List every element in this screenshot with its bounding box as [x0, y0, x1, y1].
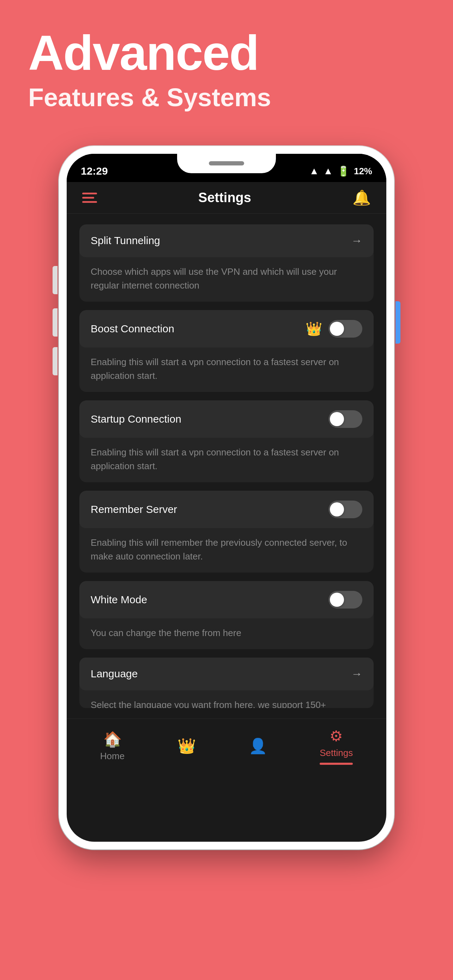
hamburger-line-1: [82, 192, 97, 194]
battery-percent: 12%: [354, 166, 372, 177]
language-arrow-icon: →: [351, 667, 362, 681]
nav-item-settings[interactable]: ⚙ Settings: [319, 727, 353, 765]
page-title: Settings: [198, 190, 251, 205]
white-mode-row[interactable]: White Mode: [79, 581, 374, 619]
split-tunneling-arrow-icon: →: [351, 234, 362, 247]
status-time: 12:29: [81, 165, 108, 177]
language-card: Language → Select the language you want …: [79, 657, 374, 708]
settings-label: Settings: [319, 748, 353, 759]
startup-connection-label: Startup Connection: [91, 413, 181, 425]
language-desc: Select the language you want from here, …: [79, 690, 374, 708]
split-tunneling-desc: Choose which apps will use the VPN and w…: [79, 257, 374, 302]
signal-icon: ▲: [323, 165, 333, 177]
notification-bell-icon[interactable]: 🔔: [353, 189, 371, 206]
split-tunneling-right: →: [351, 234, 362, 247]
split-tunneling-label: Split Tunneling: [91, 235, 160, 247]
phone-frame: 12:29 ▲ ▲ 🔋 12% Settings: [59, 146, 394, 850]
remember-server-card: Remember Server Enabling this will remem…: [79, 491, 374, 573]
hamburger-menu-button[interactable]: [82, 192, 97, 203]
boost-connection-right: 👑: [305, 320, 362, 337]
white-mode-card: White Mode You can change the theme from…: [79, 581, 374, 649]
profile-icon: 👤: [249, 737, 267, 754]
wifi-icon: ▲: [309, 165, 319, 177]
settings-icon: ⚙: [329, 727, 343, 745]
bottom-nav-bar: 🏠 Home 👑 👤 ⚙ Settings: [67, 719, 386, 778]
startup-connection-desc: Enabling this will start a vpn connectio…: [79, 438, 374, 482]
nav-item-crown[interactable]: 👑: [178, 737, 196, 754]
split-tunneling-card: Split Tunneling → Choose which apps will…: [79, 224, 374, 302]
settings-active-indicator: [319, 763, 353, 765]
language-row[interactable]: Language →: [79, 657, 374, 690]
home-icon: 🏠: [103, 730, 122, 748]
notch-cutout: [177, 154, 276, 173]
remember-toggle-thumb: [330, 502, 344, 517]
status-right: ▲ ▲ 🔋 12%: [309, 165, 372, 177]
remember-server-label: Remember Server: [91, 503, 177, 515]
white-mode-desc: You can change the theme from here: [79, 619, 374, 649]
startup-toggle-thumb: [330, 412, 344, 426]
hamburger-line-3: [82, 201, 97, 203]
startup-connection-card: Startup Connection Enabling this will st…: [79, 400, 374, 482]
phone-wrapper: 12:29 ▲ ▲ 🔋 12% Settings: [0, 135, 453, 871]
startup-connection-right: [329, 410, 362, 428]
remember-server-right: [329, 501, 362, 518]
boost-connection-toggle[interactable]: [329, 320, 362, 337]
remember-server-row[interactable]: Remember Server: [79, 491, 374, 528]
settings-content: Split Tunneling → Choose which apps will…: [67, 214, 386, 719]
white-mode-right: [329, 591, 362, 609]
language-right: →: [351, 667, 362, 681]
crown-nav-icon: 👑: [178, 737, 196, 754]
remember-server-toggle[interactable]: [329, 501, 362, 518]
boost-connection-desc: Enabling this will start a vpn connectio…: [79, 347, 374, 392]
white-mode-toggle-thumb: [330, 593, 344, 607]
nav-item-home[interactable]: 🏠 Home: [100, 730, 124, 762]
white-mode-toggle[interactable]: [329, 591, 362, 609]
phone-screen: 12:29 ▲ ▲ 🔋 12% Settings: [67, 154, 386, 842]
home-label: Home: [100, 751, 124, 762]
nav-item-profile[interactable]: 👤: [249, 737, 267, 754]
boost-connection-row[interactable]: Boost Connection 👑: [79, 310, 374, 347]
boost-connection-label: Boost Connection: [91, 323, 174, 335]
crown-icon: 👑: [305, 321, 322, 337]
status-bar: 12:29 ▲ ▲ 🔋 12%: [67, 154, 386, 182]
language-label: Language: [91, 668, 138, 680]
white-mode-label: White Mode: [91, 594, 147, 606]
boost-toggle-thumb: [330, 322, 344, 336]
boost-connection-card: Boost Connection 👑 Enabling this will st…: [79, 310, 374, 392]
remember-server-desc: Enabling this will remember the previous…: [79, 528, 374, 573]
top-nav-bar: Settings 🔔: [67, 182, 386, 214]
hero-subtitle: Features & Systems: [28, 81, 425, 114]
speaker: [209, 161, 244, 165]
battery-icon: 🔋: [337, 165, 350, 177]
split-tunneling-row[interactable]: Split Tunneling →: [79, 224, 374, 257]
hero-section: Advanced Features & Systems: [0, 0, 453, 135]
hero-title: Advanced: [28, 28, 425, 78]
hamburger-line-2: [82, 197, 94, 199]
startup-connection-toggle[interactable]: [329, 410, 362, 428]
startup-connection-row[interactable]: Startup Connection: [79, 400, 374, 438]
